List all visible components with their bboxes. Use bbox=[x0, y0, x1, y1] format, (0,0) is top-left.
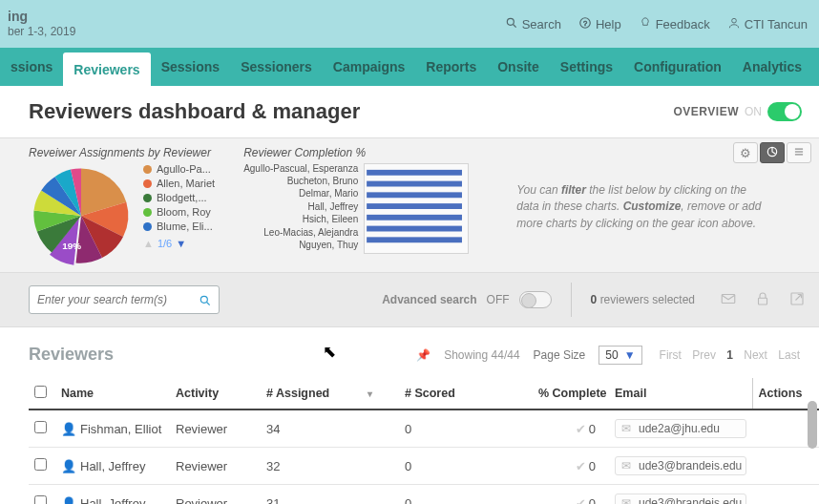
legend-next[interactable]: ▼ bbox=[176, 238, 186, 249]
advanced-search-label: Advanced search bbox=[382, 293, 476, 306]
page-size-label: Page Size bbox=[534, 348, 586, 362]
legend-page: 1/6 bbox=[158, 238, 172, 249]
col-email[interactable]: Email bbox=[609, 378, 752, 410]
svg-rect-15 bbox=[367, 237, 462, 242]
tab-reports[interactable]: Reports bbox=[415, 48, 487, 86]
mail-icon: ✉ bbox=[621, 422, 631, 435]
tab-sessioners[interactable]: Sessioners bbox=[230, 48, 323, 86]
pie-icon bbox=[766, 145, 779, 161]
col-name[interactable]: Name bbox=[55, 378, 170, 410]
email-selected-button[interactable] bbox=[720, 290, 737, 310]
tab-reviewers[interactable]: Reviewers bbox=[63, 52, 150, 86]
cell-email[interactable]: ✉ude2a@jhu.edu bbox=[609, 410, 752, 448]
pager-last[interactable]: Last bbox=[778, 348, 800, 362]
col-complete[interactable]: % Complete bbox=[533, 378, 609, 410]
chart-settings-button[interactable]: ⚙ bbox=[733, 142, 758, 163]
cell-actions[interactable] bbox=[752, 485, 819, 505]
sort-desc-icon: ▾ bbox=[368, 388, 372, 399]
tab-analytics[interactable]: Analytics bbox=[732, 48, 812, 86]
export-selected-button[interactable] bbox=[788, 290, 806, 310]
advanced-search-toggle[interactable] bbox=[519, 291, 552, 308]
check-icon: ✔ bbox=[576, 459, 586, 473]
page-header: Reviewers dashboard & manager OVERVIEW O… bbox=[0, 86, 819, 137]
bar-label: Hall, Jeffrey bbox=[243, 201, 358, 213]
legend-item[interactable]: Bloom, Roy bbox=[143, 206, 215, 218]
search-input[interactable] bbox=[29, 285, 220, 314]
page-size-select[interactable]: 50▼ bbox=[598, 346, 641, 365]
help-icon: ? bbox=[578, 16, 592, 32]
event-info: ing ber 1-3, 2019 bbox=[0, 9, 75, 40]
cell-activity: Reviewer bbox=[170, 448, 261, 485]
pin-icon[interactable]: 📌 bbox=[416, 348, 430, 362]
tab-campaigns[interactable]: Campaigns bbox=[323, 48, 415, 86]
top-banner: ing ber 1-3, 2019 Search ? Help Feedback… bbox=[0, 0, 819, 48]
legend-item[interactable]: Allen, Mariet bbox=[143, 178, 215, 189]
bar-chart-block: Reviewer Completion % Agullo-Pascual, Es… bbox=[243, 146, 469, 268]
overview-state: ON bbox=[745, 105, 762, 118]
cell-assigned: 32 bbox=[261, 448, 399, 485]
feedback-link[interactable]: Feedback bbox=[639, 16, 710, 32]
search-icon[interactable] bbox=[199, 292, 212, 307]
legend-item[interactable]: Blodgett,... bbox=[143, 192, 215, 203]
pager-next[interactable]: Next bbox=[744, 348, 767, 362]
bar-label: Delmar, Mario bbox=[243, 188, 358, 200]
svg-line-17 bbox=[207, 302, 210, 304]
cell-name[interactable]: 👤Hall, Jeffrey bbox=[55, 448, 170, 485]
cell-complete: ✔0 bbox=[533, 448, 609, 485]
row-checkbox[interactable] bbox=[34, 495, 47, 504]
pie-chart-title: Reveiwer Assignments by Reviewer bbox=[29, 146, 215, 159]
col-activity[interactable]: Activity bbox=[170, 378, 261, 410]
check-icon: ✔ bbox=[576, 496, 586, 505]
pager-first[interactable]: First bbox=[660, 348, 682, 362]
cell-complete: ✔0 bbox=[533, 410, 609, 448]
bar-label: Leo-Macias, Alejandra bbox=[243, 227, 358, 239]
cell-name[interactable]: 👤Hall, Jeffrey bbox=[55, 485, 170, 505]
col-assigned[interactable]: # Assigned▾ bbox=[261, 378, 399, 410]
check-icon: ✔ bbox=[576, 422, 586, 436]
col-scored[interactable]: # Scored bbox=[399, 378, 533, 410]
list-icon bbox=[792, 145, 806, 161]
svg-rect-18 bbox=[722, 294, 735, 303]
chart-view-list-button[interactable] bbox=[787, 142, 811, 163]
tab-configuration[interactable]: Configuration bbox=[623, 48, 732, 86]
legend-prev[interactable]: ▲ bbox=[143, 238, 154, 249]
legend-item[interactable]: Blume, Eli... bbox=[143, 220, 215, 232]
bar-chart-title: Reviewer Completion % bbox=[243, 146, 469, 159]
pie-chart[interactable]: 19% bbox=[29, 163, 134, 268]
bar-chart[interactable] bbox=[364, 163, 469, 254]
pager-prev[interactable]: Prev bbox=[692, 348, 716, 362]
tab-onsite[interactable]: Onsite bbox=[487, 48, 550, 86]
bar-label: Nguyen, Thuy bbox=[243, 240, 358, 251]
tab-settings[interactable]: Settings bbox=[550, 48, 623, 86]
select-all-checkbox[interactable] bbox=[34, 386, 47, 398]
cell-name[interactable]: 👤Fishman, Elliot bbox=[55, 410, 170, 448]
cell-actions[interactable] bbox=[752, 448, 819, 485]
global-search-link[interactable]: Search bbox=[505, 16, 561, 32]
search-icon bbox=[505, 16, 518, 32]
help-link[interactable]: ? Help bbox=[578, 16, 621, 32]
pager: First Prev 1 Next Last bbox=[656, 348, 804, 362]
svg-point-16 bbox=[200, 296, 207, 303]
table-area: Reviewers 📌 Showing 44/44 Page Size 50▼ … bbox=[0, 327, 819, 504]
svg-rect-13 bbox=[367, 215, 462, 220]
overview-label: OVERVIEW bbox=[674, 105, 739, 118]
row-checkbox[interactable] bbox=[34, 458, 47, 471]
svg-rect-19 bbox=[759, 298, 767, 304]
legend-item[interactable]: Agullo-Pa... bbox=[143, 163, 215, 175]
table-row: 👤Fishman, ElliotReviewer340✔0✉ude2a@jhu.… bbox=[29, 410, 819, 448]
lock-selected-button[interactable] bbox=[754, 290, 771, 310]
user-menu[interactable]: CTI Tancun bbox=[727, 16, 808, 32]
scrollbar-thumb[interactable] bbox=[808, 401, 817, 449]
tab-operation[interactable]: Operation bbox=[812, 48, 819, 86]
tab-sessions[interactable]: Sessions bbox=[151, 48, 230, 86]
svg-rect-9 bbox=[367, 170, 462, 176]
cell-scored: 0 bbox=[399, 485, 533, 505]
cell-email[interactable]: ✉ude3@brandeis.edu bbox=[609, 485, 752, 505]
chart-view-chart-button[interactable] bbox=[760, 142, 785, 163]
svg-line-1 bbox=[513, 24, 515, 27]
tab-submissions[interactable]: ssions bbox=[0, 48, 63, 86]
cell-assigned: 34 bbox=[261, 410, 399, 448]
row-checkbox[interactable] bbox=[34, 421, 47, 433]
cell-email[interactable]: ✉ude3@brandeis.edu bbox=[609, 448, 752, 485]
overview-toggle[interactable] bbox=[767, 102, 802, 121]
